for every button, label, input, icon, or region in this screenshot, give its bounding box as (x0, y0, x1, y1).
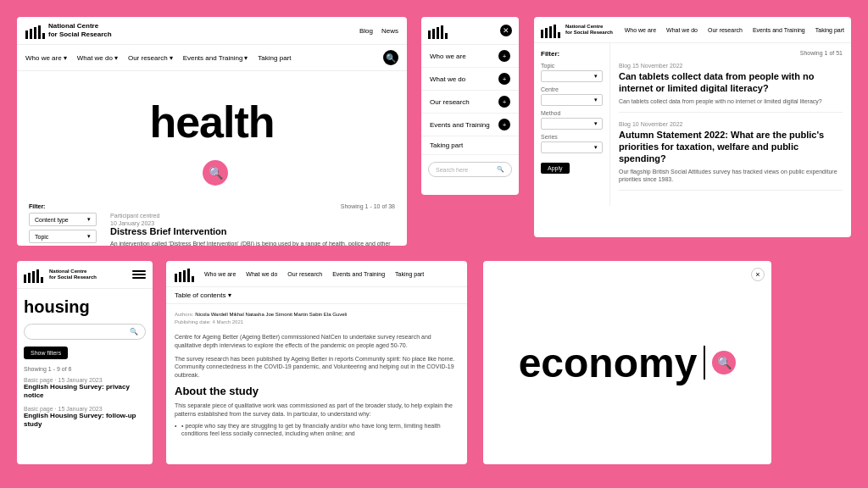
article1-tag: Blog (619, 63, 631, 69)
article2-title[interactable]: Autumn Statement 2022: What are the publ… (619, 129, 843, 165)
toc-label: Table of contents (175, 291, 225, 299)
facebook-link[interactable]: Facebook (412, 304, 434, 330)
housing-search-area: housing 🔍 Show filters Showing 1 - 9 of … (17, 289, 153, 443)
topic-dropdown[interactable]: ▾ (541, 70, 603, 82)
chevron-icon-4: + (498, 119, 510, 130)
top-nav-links: Blog News (359, 27, 398, 35)
article2-tag: Blog (619, 121, 631, 127)
article1-meta: Blog 15 November 2022 (619, 63, 843, 69)
logo-bar-1 (25, 30, 28, 39)
logo-bar-5 (42, 33, 45, 39)
logo-bar-3 (34, 27, 36, 39)
centre-dropdown[interactable]: ▾ (541, 94, 603, 106)
authors-block: Authors: Nicola Wardell Mikhal Natasha J… (175, 311, 347, 330)
housing-result-2: Basic page · 15 January 2023 English Hou… (24, 406, 146, 430)
result-date: 10 January 2023 (110, 220, 395, 226)
who-we-are-nav[interactable]: Who we are ▾ (25, 54, 67, 62)
search-icon[interactable]: 🔍 (383, 50, 398, 65)
housing-showing: Showing 1 - 9 of 6 (24, 366, 146, 372)
mobile-nav-what[interactable]: What we do + (421, 68, 519, 91)
table-of-contents-bar: Table of contents ▾ (166, 287, 467, 304)
text-cursor (704, 346, 705, 380)
share-row: Share Twitter Facebook LinkedIn (373, 304, 459, 330)
economy-title-area: economy 🔍 (519, 340, 737, 386)
blog-link[interactable]: Blog (359, 27, 373, 35)
taking-part-nav-5[interactable]: Taking part (395, 271, 424, 277)
filter-title: Filter: (541, 50, 603, 58)
result-title[interactable]: Distress Brief Intervention (110, 226, 395, 236)
card3-logo-text: National Centre for Social Research (565, 24, 613, 36)
chevron-icon-2: + (498, 73, 510, 85)
article-body: Authors: Nicola Wardell Mikhal Natasha J… (166, 304, 467, 445)
logo-text: National Centre for Social Research (48, 22, 112, 38)
authors-label: Authors: (175, 312, 193, 317)
result2-meta: Basic page · 15 January 2023 (24, 406, 146, 412)
result-content: Showing 1 - 10 of 38 Participant centred… (110, 203, 395, 246)
news-link[interactable]: News (381, 27, 398, 35)
article-bullet-1: • people who say they are struggling to … (175, 422, 459, 439)
our-research-nav-3[interactable]: Our research (708, 27, 743, 33)
close-icon[interactable]: ✕ (500, 25, 512, 36)
result2-title[interactable]: English Housing Survey: follow-up study (24, 412, 146, 430)
mobile-nav-taking[interactable]: Taking part (421, 136, 519, 155)
mobile-search-bar[interactable]: Search here 🔍 (428, 162, 512, 177)
mobile-logo (428, 22, 500, 39)
mobile-nav-who[interactable]: Who we are + (421, 45, 519, 68)
topic-filter[interactable]: Topic ▾ (29, 230, 97, 243)
what-we-do-nav[interactable]: What we do ▾ (77, 54, 118, 62)
toc-toggle[interactable]: Table of contents ▾ (175, 291, 459, 299)
results-section: Filter: Content type ▾ Topic ▾ Centre ▾ … (17, 198, 407, 246)
content-type-filter[interactable]: Content type ▾ (29, 213, 97, 226)
apply-button[interactable]: Apply (541, 163, 570, 174)
search-row: 🔍 (34, 160, 390, 186)
mobile-search-icon[interactable]: 🔍 (497, 166, 504, 173)
taking-part-nav-3[interactable]: Taking part (815, 27, 844, 33)
card4-logo-icon (24, 266, 43, 283)
logo-bar-2 (30, 29, 32, 39)
card-article-body: Who we are What we do Our research Event… (166, 261, 467, 464)
hamburger-menu[interactable] (132, 268, 146, 281)
economy-search-button[interactable]: 🔍 (712, 351, 736, 374)
topic-label: Topic (541, 63, 603, 69)
housing-search-icon[interactable]: 🔍 (130, 328, 138, 336)
article-meta-row: Authors: Nicola Wardell Mikhal Natasha J… (175, 311, 459, 330)
showing-count-3: Showing 1 of 51 (619, 50, 843, 56)
logo: National Centre for Social Research (25, 22, 359, 39)
what-we-do-nav-5[interactable]: What we do (246, 271, 277, 277)
who-we-are-nav-3[interactable]: Who we are (625, 27, 656, 33)
linkedin-link[interactable]: LinkedIn (439, 304, 459, 330)
article1-title[interactable]: Can tablets collect data from people wit… (619, 70, 843, 95)
article2-date: 10 November 2022 (632, 121, 683, 127)
what-we-do-nav-3[interactable]: What we do (666, 27, 698, 33)
who-we-are-nav-5[interactable]: Who we are (204, 271, 236, 277)
housing-search-input[interactable]: 🔍 (24, 324, 146, 340)
article-item-1: Blog 15 November 2022 Can tablets collec… (619, 63, 843, 113)
article-subtitle: About the study (175, 385, 459, 397)
series-dropdown[interactable]: ▾ (541, 141, 603, 153)
show-filters-button[interactable]: Show filters (24, 347, 68, 359)
events-nav-5[interactable]: Events and Training (332, 271, 385, 277)
logo-icon (25, 22, 45, 39)
our-research-nav-5[interactable]: Our research (287, 271, 322, 277)
method-dropdown[interactable]: ▾ (541, 118, 603, 130)
card5-nav: Who we are What we do Our research Event… (166, 261, 467, 287)
events-nav-3[interactable]: Events and Training (753, 27, 805, 33)
centre-filter-group: Centre ▾ (541, 86, 603, 106)
twitter-link[interactable]: Twitter (392, 304, 407, 330)
filter-panel: Filter: Content type ▾ Topic ▾ Centre ▾ (29, 203, 97, 246)
mobile-nav-research[interactable]: Our research + (421, 91, 519, 114)
card4-logo-text: National Centre for Social Research (49, 269, 129, 280)
result1-title[interactable]: English Housing Survey: privacy notice (24, 383, 146, 401)
close-button[interactable]: × (751, 268, 765, 281)
card-housing-mobile: National Centre for Social Research hous… (17, 261, 153, 464)
taking-part-nav[interactable]: Taking part (258, 54, 291, 62)
search-button[interactable]: 🔍 (203, 160, 228, 186)
mobile-nav-events[interactable]: Events and Training + (421, 114, 519, 136)
our-research-nav[interactable]: Our research ▾ (128, 54, 173, 62)
articles-panel: Showing 1 of 51 Blog 15 November 2022 Ca… (610, 43, 851, 206)
method-filter-group: Method ▾ (541, 110, 603, 130)
events-nav[interactable]: Events and Training ▾ (183, 54, 248, 62)
housing-title: housing (24, 297, 146, 317)
result1-meta: Basic page · 15 January 2023 (24, 377, 146, 383)
card-economy-search: × economy 🔍 (483, 261, 771, 464)
